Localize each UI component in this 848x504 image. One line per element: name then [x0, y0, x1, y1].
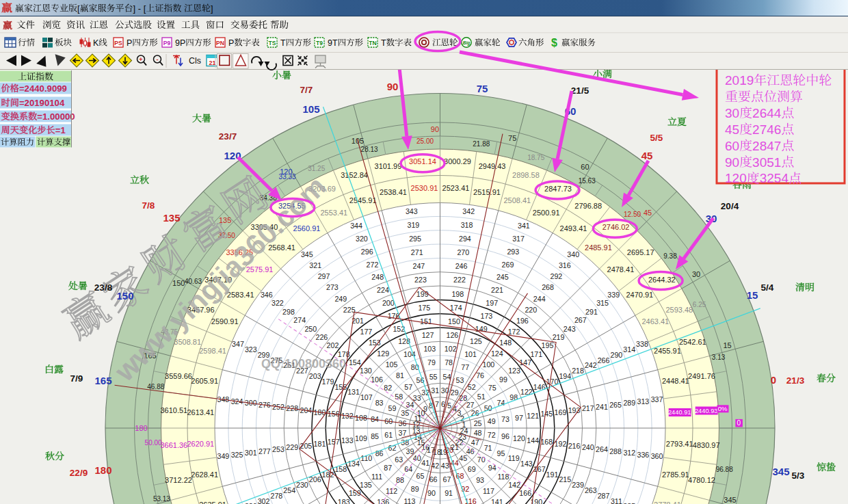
svg-text:226: 226 [315, 333, 328, 341]
svg-text:] - [: ] - [ [133, 3, 146, 14]
svg-text:118: 118 [497, 473, 509, 481]
svg-text:82: 82 [384, 384, 392, 392]
svg-text:2796.88: 2796.88 [574, 202, 602, 210]
svg-text:264: 264 [596, 445, 608, 453]
svg-text:69: 69 [468, 465, 476, 473]
svg-text:242: 242 [585, 361, 597, 369]
svg-text:18.75: 18.75 [527, 154, 544, 161]
svg-text:9.38: 9.38 [663, 252, 677, 260]
svg-text:112: 112 [386, 487, 397, 495]
svg-text:247: 247 [412, 262, 425, 270]
svg-text:194: 194 [559, 372, 571, 380]
svg-text:3.13: 3.13 [712, 354, 726, 361]
svg-text:345: 345 [772, 466, 789, 477]
svg-text:2628.41: 2628.41 [191, 470, 218, 479]
svg-text:183: 183 [338, 498, 350, 504]
svg-text:158: 158 [334, 465, 347, 473]
svg-text:135: 135 [163, 212, 180, 224]
svg-text:2785.91: 2785.91 [662, 470, 689, 479]
svg-text:301: 301 [245, 449, 257, 457]
svg-text:TN: TN [369, 40, 376, 47]
svg-text:239: 239 [572, 481, 584, 489]
svg-text:312: 312 [623, 449, 635, 457]
svg-text:$: $ [551, 37, 557, 49]
svg-text:315: 315 [596, 299, 609, 307]
svg-text:=20190104: =20190104 [19, 98, 65, 108]
svg-text:173: 173 [480, 312, 492, 320]
svg-text:221: 221 [491, 286, 503, 294]
svg-text:175: 175 [418, 304, 430, 312]
svg-text:53.13: 53.13 [153, 495, 170, 503]
svg-text:T9: T9 [316, 40, 323, 47]
svg-text:343: 343 [406, 207, 418, 215]
svg-text:288: 288 [609, 447, 622, 455]
svg-text:216: 216 [568, 442, 581, 450]
svg-text:-: - [157, 56, 159, 63]
svg-text:135: 135 [360, 481, 372, 489]
svg-text:51: 51 [477, 393, 486, 401]
svg-text:130: 130 [360, 367, 372, 375]
svg-text:96: 96 [501, 432, 509, 440]
svg-text:111: 111 [371, 473, 382, 481]
svg-text:271: 271 [411, 248, 423, 256]
svg-text:126: 126 [446, 331, 458, 339]
svg-text:5/4: 5/4 [761, 282, 774, 293]
svg-text:168: 168 [540, 438, 553, 446]
svg-text:2530.91: 2530.91 [411, 184, 438, 192]
svg-text:339: 339 [607, 291, 620, 299]
svg-text:337: 337 [651, 395, 663, 403]
svg-text:28.13: 28.13 [361, 146, 378, 153]
svg-text:99: 99 [499, 375, 507, 384]
svg-text:243: 243 [564, 325, 576, 333]
svg-text:90: 90 [427, 489, 436, 497]
svg-text:340: 340 [567, 250, 579, 258]
svg-text:244: 244 [533, 295, 546, 303]
svg-text:109: 109 [355, 434, 367, 442]
svg-text:2695.17: 2695.17 [627, 248, 654, 256]
svg-text:[: [ [77, 3, 80, 14]
svg-text:90: 90 [725, 155, 739, 170]
svg-text:=2440.9099: =2440.9099 [19, 83, 67, 94]
svg-text:71: 71 [484, 444, 492, 452]
svg-text:294: 294 [459, 235, 471, 243]
svg-text:180: 180 [94, 464, 111, 476]
svg-text:107: 107 [360, 393, 373, 401]
svg-text:135: 135 [219, 216, 231, 224]
svg-text:45: 45 [644, 209, 652, 217]
svg-text:2493.41: 2493.41 [560, 224, 587, 233]
svg-text:7/9: 7/9 [70, 373, 83, 384]
svg-text:33: 33 [413, 394, 421, 402]
svg-text:45: 45 [725, 122, 739, 137]
svg-text:96.88: 96.88 [716, 466, 733, 473]
svg-text:102: 102 [445, 345, 457, 353]
svg-text:34: 34 [406, 401, 414, 409]
svg-text:T: T [381, 38, 386, 48]
svg-text:266: 266 [598, 356, 610, 364]
svg-text:145: 145 [540, 410, 553, 418]
svg-text:46: 46 [466, 447, 475, 455]
svg-text:50.00: 50.00 [145, 439, 162, 447]
svg-text:179: 179 [322, 377, 334, 386]
svg-text:9T: 9T [328, 38, 338, 48]
svg-text:246: 246 [455, 262, 468, 270]
svg-text:360: 360 [651, 452, 663, 460]
svg-text:77: 77 [461, 363, 469, 371]
svg-text:273: 273 [326, 283, 339, 291]
svg-text:322: 322 [271, 299, 284, 307]
svg-text:2847.73: 2847.73 [544, 185, 572, 193]
svg-text:2440.93: 2440.93 [695, 408, 718, 414]
svg-text:290: 290 [610, 351, 622, 359]
svg-text:203: 203 [309, 372, 321, 380]
svg-text:43: 43 [441, 462, 449, 470]
svg-text:61: 61 [384, 431, 393, 439]
svg-text:21/5: 21/5 [571, 85, 589, 96]
svg-text:89: 89 [411, 485, 419, 493]
svg-text:177: 177 [360, 328, 372, 336]
svg-text:0: 0 [771, 374, 776, 386]
svg-text:21: 21 [209, 59, 215, 66]
svg-text:P9: P9 [163, 40, 171, 47]
svg-text:105: 105 [302, 103, 319, 115]
svg-text:2590.91: 2590.91 [211, 317, 239, 326]
svg-text:83: 83 [375, 399, 384, 407]
svg-text:245: 245 [496, 273, 509, 281]
